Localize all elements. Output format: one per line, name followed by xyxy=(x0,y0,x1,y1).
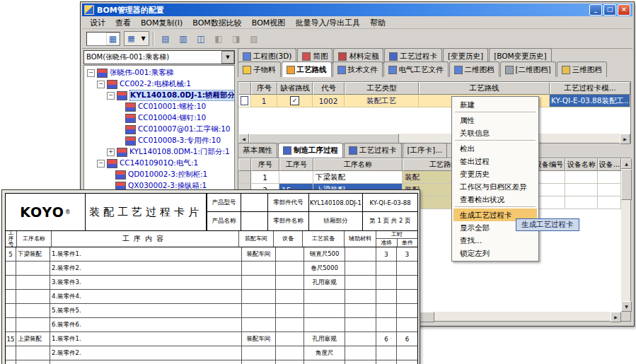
quick-filter-box[interactable]: ▦ xyxy=(86,32,120,46)
tree-item-3[interactable]: −KYL140108.0DJ-1:轿厢部分:1 xyxy=(84,90,234,101)
default-route-checkbox[interactable]: ✓ xyxy=(290,96,299,105)
close-button[interactable]: × xyxy=(618,4,630,16)
card-cell: 4.装零件4. xyxy=(50,290,242,304)
card-cell xyxy=(6,346,16,360)
process-cell xyxy=(598,184,621,196)
card-cell xyxy=(397,360,417,364)
scroll-thumb[interactable] xyxy=(621,169,632,200)
sub-tab-5[interactable]: 二维图档 xyxy=(449,61,499,77)
process-row-1[interactable]: 1下梁装配装配 xyxy=(238,171,621,184)
card-cell xyxy=(345,276,376,290)
copy-icon: ◫ xyxy=(197,34,204,44)
route-card-template-cell: KY-QI-E-03.88装配工... xyxy=(550,95,630,107)
card-cell: 3.装零件3. xyxy=(50,360,242,364)
dropdown-arrow-icon: ▼ xyxy=(141,35,145,42)
context-menu-item-1[interactable]: 新建 xyxy=(453,98,537,111)
menubar-item-5[interactable]: BOM视图 xyxy=(247,17,291,29)
menubar-item-2[interactable]: 查看 xyxy=(110,17,136,29)
toggle-minus-icon[interactable]: − xyxy=(97,160,105,168)
sub-tab-2[interactable]: 工艺路线 xyxy=(282,61,332,77)
tab-label: 简图 xyxy=(313,52,328,61)
sub-tab-1[interactable]: 子物料 xyxy=(238,61,281,77)
tree-item-4[interactable]: CC010001:螺栓:10 xyxy=(84,101,234,112)
view-combo-button[interactable]: ▦ ▼ xyxy=(124,31,149,46)
process-cell xyxy=(598,196,621,209)
toggle-plus-icon[interactable]: + xyxy=(107,148,115,156)
context-menu-item-6[interactable]: 变更历史 xyxy=(453,168,537,180)
tree-item-1[interactable]: −张晓伟-001:乘客梯 xyxy=(84,67,234,78)
toggle-minus-icon[interactable]: − xyxy=(97,81,105,88)
bottom-tab-row: 基本属性制造工序过程工艺过程卡[工序卡]... xyxy=(238,145,631,158)
context-menu-item-3[interactable]: 关联信息 xyxy=(453,127,537,139)
filter-button[interactable]: ▦ xyxy=(106,33,120,45)
card-cell xyxy=(276,290,304,304)
tree-item-2[interactable]: −CC002-2:电梯机械:1 xyxy=(84,78,234,90)
menubar-item-6[interactable]: 批量导入/导出工具 xyxy=(290,17,365,29)
toggle-minus-icon[interactable]: − xyxy=(107,92,115,100)
tab-label: 电气工艺文件 xyxy=(399,65,444,75)
compare-button[interactable]: ◧ xyxy=(211,31,226,47)
tree-item-label: KYL140108.0DM-1:门部分:1 xyxy=(129,147,230,157)
tree-item-6[interactable]: CC010007@01:工字钢:10 xyxy=(84,124,234,135)
tree-item-8[interactable]: +KYL140108.0DM-1:门部分:1 xyxy=(84,146,234,158)
context-menu-item-11[interactable]: 查找... xyxy=(453,234,537,247)
process-vscrollbar[interactable]: ▲ ▼ xyxy=(621,158,630,312)
card-cell xyxy=(6,276,16,290)
bom-selector[interactable]: BOM(张晓伟-001:乘客梯) ▼ xyxy=(83,50,235,64)
sub-tab-6[interactable]: [二维图档] xyxy=(500,61,556,77)
bottom-tab-2[interactable]: 制造工序过程 xyxy=(278,143,343,158)
card-cell xyxy=(345,360,376,364)
bottom-tab-4[interactable]: [工序卡]... xyxy=(403,143,448,158)
tab-label: 子物料 xyxy=(253,65,276,75)
context-menu-item-12[interactable]: 锁定左列 xyxy=(453,247,537,259)
card-row-2: 2.装零件2.卷尺5000 xyxy=(6,262,417,276)
toolbar: ▦ ▦ ▼ ▤▥◫◧◨▧ xyxy=(82,29,632,49)
context-menu-item-8[interactable]: 查看检出状况 xyxy=(453,193,537,206)
card-row-7: 15上梁装配1.装零件1.装配车间孔用塞规66 xyxy=(6,332,417,346)
import-button[interactable]: ◨ xyxy=(229,31,244,47)
copy-button[interactable]: ◫ xyxy=(193,31,209,47)
print-button[interactable]: ▤ xyxy=(158,31,173,47)
menubar-item-4[interactable]: BOM数据比较 xyxy=(187,17,247,29)
card-cell xyxy=(397,346,417,360)
scroll-right-button[interactable]: ▶ xyxy=(620,134,630,144)
card-cell xyxy=(376,360,397,364)
route-table-row[interactable]: 1✓1002装配工艺KY-QI-E-03.88装配工... xyxy=(238,95,630,107)
scroll-up-button[interactable]: ▲ xyxy=(621,158,632,169)
tree-item-7[interactable]: CC010008-3:专用件:10 xyxy=(84,135,234,146)
card-cell: 上梁装配 xyxy=(16,332,50,346)
minimize-button[interactable]: _ xyxy=(589,4,602,16)
route-col-header-1: 序号 xyxy=(251,82,277,95)
menubar-item-7[interactable]: 帮助 xyxy=(365,17,391,29)
scroll-right-button[interactable]: ▶ xyxy=(611,312,621,322)
menubar-item-1[interactable]: 设计 xyxy=(85,17,110,29)
report-button[interactable]: ▧ xyxy=(246,31,262,47)
card-cell: 5 xyxy=(6,247,16,262)
tree-item-5[interactable]: CC010004:镙钉:10 xyxy=(84,112,234,124)
col-tooling: 工艺装备 xyxy=(303,231,345,247)
card-cell xyxy=(242,276,276,290)
context-menu-item-4[interactable]: 检出 xyxy=(453,142,537,155)
tab-icon xyxy=(505,66,514,74)
route-hscrollbar[interactable]: ◀ ▶ xyxy=(238,134,630,143)
bottom-tab-1[interactable]: 基本属性 xyxy=(238,143,277,158)
sub-tab-4[interactable]: 电气工艺文件 xyxy=(383,61,449,77)
open-document-button[interactable]: ▥ xyxy=(175,31,191,47)
dropdown-arrow-icon[interactable]: ▼ xyxy=(221,51,234,64)
toggle-minus-icon[interactable]: − xyxy=(87,69,95,77)
maximize-button[interactable]: □ xyxy=(603,4,616,16)
tree-item-10[interactable]: QD010002-3:控制柜:1 xyxy=(84,169,234,180)
toolbar-buttons: ▤▥◫◧◨▧ xyxy=(158,31,262,47)
tree-item-label: CC010004:镙钉:10 xyxy=(138,113,206,123)
title-bar[interactable]: BOM管理器的配置 _ □ × xyxy=(82,4,632,16)
bottom-tab-3[interactable]: 工艺过程卡 xyxy=(344,143,402,158)
menubar-item-3[interactable]: BOM复制(I) xyxy=(136,17,187,29)
sub-tab-3[interactable]: 技术文件 xyxy=(333,61,383,77)
context-menu-item-5[interactable]: 签出过程 xyxy=(453,155,537,168)
tree-item-9[interactable]: −CC14010901Q:电气:1 xyxy=(84,158,234,169)
sub-tab-7[interactable]: 三维图档 xyxy=(557,61,607,77)
context-menu-item-7[interactable]: 工作区与归档区差异 xyxy=(453,180,537,193)
context-menu-item-2[interactable]: 属性 xyxy=(453,114,537,127)
card-cell: 1.装零件1. xyxy=(50,247,242,262)
scroll-down-button[interactable]: ▼ xyxy=(621,301,632,312)
